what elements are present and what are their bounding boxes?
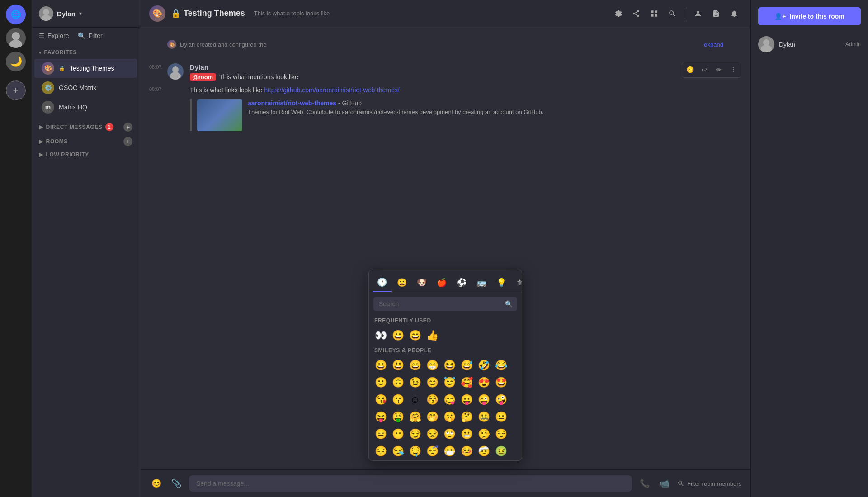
link-preview-title[interactable]: aaronraimist/riot-web-themes - GitHub [248,99,723,107]
files-icon-btn[interactable] [709,6,723,21]
emoji-search-input[interactable] [373,297,517,311]
edit-btn[interactable]: ✏ [712,63,725,76]
emoji-btn[interactable]: 😶 [390,426,406,442]
emoji-btn[interactable]: 🤑 [390,409,406,425]
emoji-tab-symbols[interactable]: ⚜ [512,274,522,292]
share-icon-btn[interactable] [629,6,643,21]
emoji-btn[interactable]: 😀 [373,357,389,374]
video-call-button[interactable]: 📹 [657,476,672,491]
emoji-btn[interactable]: 🤥 [476,426,492,442]
emoji-btn[interactable]: 😆 [441,357,458,374]
add-dm-button[interactable]: + [123,123,132,132]
emoji-btn[interactable]: 😁 [424,357,440,374]
emoji-btn[interactable]: 😷 [441,443,458,459]
emoji-btn[interactable]: 🤒 [458,443,475,459]
emoji-btn[interactable]: 🙄 [441,426,458,442]
settings-icon-btn[interactable] [611,6,625,21]
add-room-button[interactable]: + [123,137,132,146]
expand-link[interactable]: expand [704,41,723,48]
dm-arrow-icon: ▶ [39,124,43,130]
emoji-btn[interactable]: 😗 [390,392,406,408]
explore-nav-item[interactable]: ☰ Explore [39,32,69,39]
room-item-matrix-hq[interactable]: m Matrix HQ [34,98,137,117]
emoji-btn[interactable]: 😌 [493,426,509,442]
emoji-tab-travel[interactable]: 🚌 [472,274,491,292]
emoji-btn[interactable]: 😝 [373,409,389,425]
crescent-icon-btn[interactable]: 🌙 [6,52,26,71]
emoji-btn[interactable]: 😀 [390,327,406,344]
add-space-button[interactable]: + [6,80,26,100]
emoji-btn[interactable]: 😏 [407,426,423,442]
emoji-btn[interactable]: 😄 [407,357,423,374]
message-link[interactable]: https://github.com/aaronraimist/riot-web… [264,86,400,94]
emoji-btn[interactable]: 😊 [424,374,440,391]
emoji-btn[interactable]: 🤤 [407,443,423,459]
emoji-tab-smileys[interactable]: 😀 [392,274,411,292]
room-item-gsoc-matrix[interactable]: ⚙️ GSOC Matrix [34,78,137,97]
favorites-section-header[interactable]: ▾ Favorites [32,47,140,58]
emoji-btn[interactable]: 🤕 [476,443,492,459]
more-options-btn[interactable]: ⋮ [727,63,740,76]
members-icon-btn[interactable] [691,6,705,21]
emoji-btn[interactable]: 😇 [441,374,458,391]
emoji-btn[interactable]: ☺️ [407,392,423,408]
emoji-btn[interactable]: 😘 [373,392,389,408]
emoji-btn[interactable]: 😚 [424,392,440,408]
emoji-btn[interactable]: 🤫 [441,409,458,425]
emoji-btn[interactable]: 😐 [493,409,509,425]
emoji-btn[interactable]: 🤣 [476,357,492,374]
emoji-btn[interactable]: 🤪 [493,392,509,408]
emoji-button[interactable]: 😊 [149,476,164,491]
voice-call-button[interactable]: 📞 [637,476,652,491]
search-icon-btn[interactable] [665,6,679,21]
emoji-react-btn[interactable]: 😊 [684,63,696,76]
user-avatar-icon-btn[interactable] [6,28,26,48]
emoji-btn[interactable]: 🙂 [373,374,389,391]
emoji-btn[interactable]: 😍 [476,374,492,391]
emoji-btn[interactable]: 😒 [424,426,440,442]
emoji-btn[interactable]: 🤢 [493,443,509,459]
emoji-btn[interactable]: 😄 [407,327,423,344]
emoji-btn[interactable]: 🤩 [493,374,509,391]
emoji-btn[interactable]: 👀 [373,327,389,344]
emoji-btn[interactable]: 😉 [407,374,423,391]
emoji-btn[interactable]: 😃 [390,357,406,374]
direct-messages-toggle[interactable]: ▶ Direct Messages 1 [39,123,113,131]
message-input[interactable] [189,475,632,492]
emoji-btn[interactable]: 🤐 [476,409,492,425]
emoji-btn[interactable]: 🙃 [390,374,406,391]
attach-button[interactable]: 📎 [169,476,184,491]
invite-to-room-button[interactable]: 👤+ Invite to this room [758,7,861,25]
emoji-btn[interactable]: 😋 [441,392,458,408]
emoji-btn[interactable]: 🤭 [424,409,440,425]
emoji-btn[interactable]: 🤗 [407,409,423,425]
emoji-btn[interactable]: 🤔 [458,409,475,425]
notifications-icon-btn[interactable] [727,6,741,21]
emoji-btn[interactable]: 😅 [458,357,475,374]
emoji-btn[interactable]: 😪 [390,443,406,459]
emoji-btn[interactable]: 👍 [424,327,440,344]
filter-nav-item[interactable]: 🔍 Filter [78,32,102,39]
emoji-tab-activities[interactable]: ⚽ [452,274,471,292]
emoji-tab-recent[interactable]: 🕐 [373,274,392,292]
emoji-btn[interactable]: 🥰 [458,374,475,391]
emoji-tab-food[interactable]: 🍎 [432,274,451,292]
grid-icon-btn[interactable] [647,6,661,21]
emoji-btn[interactable]: 😜 [476,392,492,408]
emoji-tab-objects[interactable]: 💡 [492,274,511,292]
room-item-testing-themes[interactable]: 🎨 🔒 Testing Themes [34,59,137,78]
filter-members-button[interactable]: Filter room members [677,480,741,487]
emoji-tab-animals[interactable]: 🐶 [412,274,431,292]
emoji-btn[interactable]: 😴 [424,443,440,459]
emoji-btn[interactable]: 😬 [458,426,475,442]
reply-btn[interactable]: ↩ [698,63,711,76]
user-menu-button[interactable]: Dylan ▾ [39,6,132,21]
member-item-dylan[interactable]: Dylan Admin [751,33,868,56]
low-priority-toggle[interactable]: ▶ Low Priority [39,151,89,158]
emoji-btn[interactable]: 😛 [458,392,475,408]
emoji-btn[interactable]: 😂 [493,357,509,374]
rooms-toggle[interactable]: ▶ Rooms [39,138,68,145]
globe-icon-btn[interactable]: 🌐 [6,5,26,24]
emoji-btn[interactable]: 😔 [373,443,389,459]
emoji-btn[interactable]: 😑 [373,426,389,442]
